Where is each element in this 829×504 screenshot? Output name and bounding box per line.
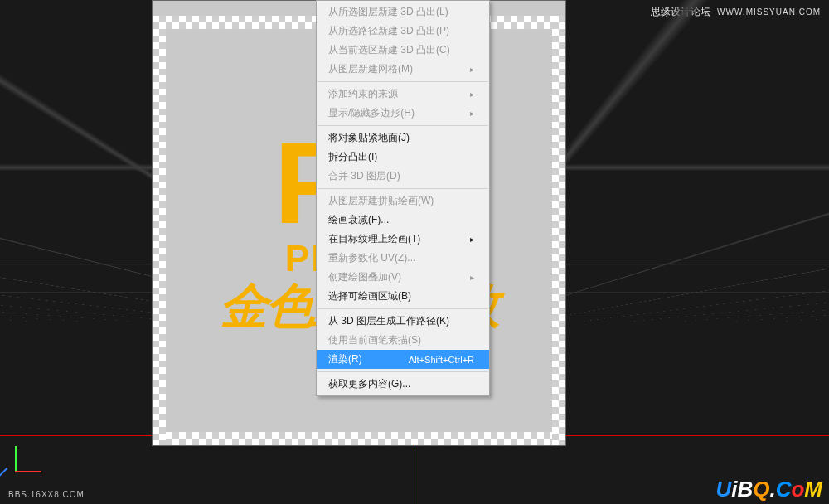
menu-item-3: 从图层新建网格(M) <box>317 60 489 79</box>
menu-item-21[interactable]: 渲染(R)Alt+Shift+Ctrl+R <box>317 350 489 369</box>
gizmo-y <box>15 446 17 472</box>
menu-item-1: 从所选路径新建 3D 凸出(P) <box>317 22 489 41</box>
watermark-url: WWW.MISSYUAN.COM <box>717 7 821 17</box>
menu-item-label: 渲染(R) <box>328 352 362 366</box>
menu-separator <box>318 308 488 309</box>
menu-separator <box>318 188 488 189</box>
menu-item-label: 重新参数化 UV(Z)... <box>328 251 415 265</box>
watermark-logo: UiBQ.CoM <box>715 477 822 502</box>
transparency-edge-right <box>552 16 565 445</box>
menu-item-label: 从图层新建网格(M) <box>328 62 413 76</box>
menu-item-label: 从 3D 图层生成工作路径(K) <box>328 314 449 328</box>
watermark-text: 思缘设计论坛 <box>651 5 710 19</box>
menu-item-label: 合并 3D 图层(D) <box>328 169 400 183</box>
menu-item-label: 显示/隐藏多边形(H) <box>328 106 414 120</box>
menu-item-16: 创建绘图叠加(V) <box>317 268 489 287</box>
watermark-top: 思缘设计论坛 WWW.MISSYUAN.COM <box>651 5 821 19</box>
gizmo-x <box>15 471 41 472</box>
menu-item-label: 在目标纹理上绘画(T) <box>328 232 420 246</box>
menu-item-12: 从图层新建拼贴绘画(W) <box>317 191 489 211</box>
menu-item-0: 从所选图层新建 3D 凸出(L) <box>317 2 489 22</box>
menu-item-9[interactable]: 拆分凸出(I) <box>317 148 489 167</box>
menu-item-15: 重新参数化 UV(Z)... <box>317 249 489 268</box>
menu-item-2: 从当前选区新建 3D 凸出(C) <box>317 41 489 60</box>
menu-item-label: 从所选路径新建 3D 凸出(P) <box>328 24 449 38</box>
watermark-bottom-left: BBS.16XX8.COM <box>8 490 85 499</box>
menu-item-label: 从图层新建拼贴绘画(W) <box>328 194 434 208</box>
menu-item-label: 从当前选区新建 3D 凸出(C) <box>328 43 450 57</box>
menu-item-shortcut: Alt+Shift+Ctrl+R <box>409 355 474 365</box>
transparency-edge-bottom <box>153 432 565 445</box>
menu-item-label: 添加约束的来源 <box>328 87 398 101</box>
menu-item-8[interactable]: 将对象贴紧地面(J) <box>317 128 489 148</box>
menu-item-label: 将对象贴紧地面(J) <box>328 131 410 145</box>
menu-item-label: 拆分凸出(I) <box>328 150 377 164</box>
menu-separator <box>318 371 488 372</box>
menu-item-label: 从所选图层新建 3D 凸出(L) <box>328 5 448 19</box>
axis-gizmo <box>15 439 48 472</box>
menu-item-14[interactable]: 在目标纹理上绘画(T) <box>317 230 489 249</box>
menu-item-label: 使用当前画笔素描(S) <box>328 333 421 347</box>
menu-item-label: 创建绘图叠加(V) <box>328 270 401 284</box>
menu-item-label: 获取更多内容(G)... <box>328 377 410 391</box>
menu-item-23[interactable]: 获取更多内容(G)... <box>317 375 489 394</box>
menu-item-10: 合并 3D 图层(D) <box>317 167 489 186</box>
menu-item-5: 添加约束的来源 <box>317 85 489 104</box>
menu-separator <box>318 81 488 82</box>
menu-separator <box>318 125 488 126</box>
viewport-3d[interactable]: P S PH OPE 金色立体字效 从所选图层新建 3D 凸出(L)从所选路径新… <box>0 0 829 504</box>
transparency-edge-left <box>153 16 166 445</box>
menu-item-20: 使用当前画笔素描(S) <box>317 331 489 350</box>
menu-item-label: 选择可绘画区域(B) <box>328 289 411 303</box>
menu-item-19[interactable]: 从 3D 图层生成工作路径(K) <box>317 312 489 331</box>
menu-item-17[interactable]: 选择可绘画区域(B) <box>317 287 489 306</box>
menu-item-6: 显示/隐藏多边形(H) <box>317 104 489 123</box>
menu-item-13[interactable]: 绘画衰减(F)... <box>317 211 489 230</box>
context-menu-3d[interactable]: 从所选图层新建 3D 凸出(L)从所选路径新建 3D 凸出(P)从当前选区新建 … <box>316 0 490 396</box>
menu-item-label: 绘画衰减(F)... <box>328 213 389 227</box>
